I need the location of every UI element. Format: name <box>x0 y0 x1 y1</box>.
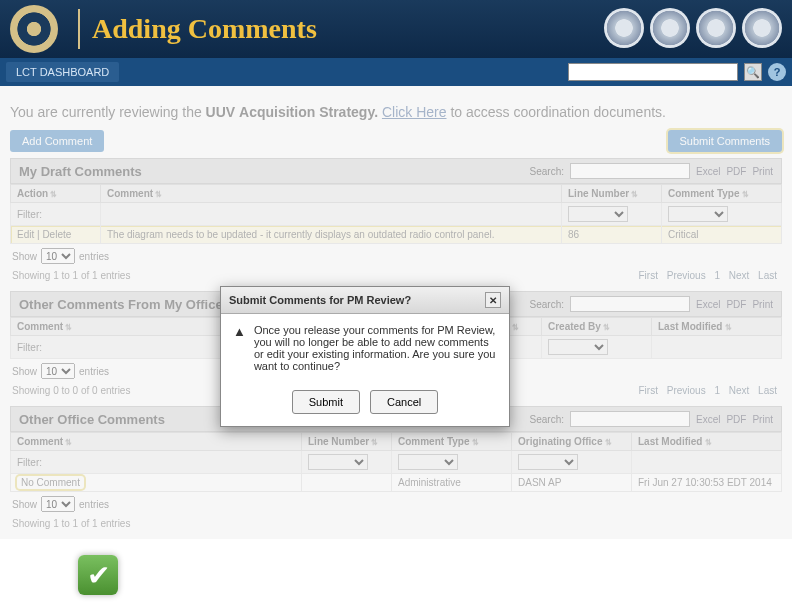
row-comment: The diagram needs to be updated - it cur… <box>101 226 562 244</box>
show-entries: Show 10 entries <box>10 492 782 516</box>
col-modified[interactable]: Last Modified <box>652 318 782 336</box>
add-comment-button[interactable]: Add Comment <box>10 130 104 152</box>
modal-header: Submit Comments for PM Review? ✕ <box>221 287 509 314</box>
pager-prev[interactable]: Previous <box>667 270 706 281</box>
review-doc: Acquisition Strategy. <box>239 104 382 120</box>
col-created[interactable]: Created By <box>542 318 652 336</box>
show-prefix: Show <box>12 366 37 377</box>
col-line[interactable]: Line Number <box>562 185 662 203</box>
warning-icon: ▲ <box>233 324 246 372</box>
show-prefix: Show <box>12 499 37 510</box>
col-action[interactable]: Action <box>11 185 101 203</box>
review-program: UUV <box>206 104 236 120</box>
show-prefix: Show <box>12 251 37 262</box>
filter-row: Filter: <box>11 203 782 226</box>
toolbar: LCT DASHBOARD 🔍 ? <box>0 58 792 86</box>
office-search-input[interactable] <box>570 296 690 312</box>
page-title: Adding Comments <box>92 13 317 45</box>
col-comment[interactable]: Comment <box>11 433 302 451</box>
row-comment: No Comment <box>17 476 84 489</box>
pager-page[interactable]: 1 <box>714 270 720 281</box>
filter-label: Filter: <box>11 451 302 474</box>
pager: First Previous 1 Next Last <box>635 385 780 396</box>
other-comments-table: Comment Line Number Comment Type Origina… <box>10 432 782 492</box>
modal-submit-button[interactable]: Submit <box>292 390 360 414</box>
service-seals <box>604 8 782 48</box>
export-print[interactable]: Print <box>752 299 773 310</box>
submit-confirm-modal: Submit Comments for PM Review? ✕ ▲ Once … <box>220 286 510 427</box>
entries-select[interactable]: 10 <box>41 496 75 512</box>
pager-next[interactable]: Next <box>729 385 750 396</box>
col-modified[interactable]: Last Modified <box>632 433 782 451</box>
filter-row: Filter: <box>11 451 782 474</box>
col-comment[interactable]: Comment <box>101 185 562 203</box>
row-line: 86 <box>562 226 662 244</box>
modal-body-text: Once you release your comments for PM Re… <box>254 324 497 372</box>
my-drafts-title: My Draft Comments <box>19 164 142 179</box>
export-excel[interactable]: Excel <box>696 299 720 310</box>
pager-last[interactable]: Last <box>758 270 777 281</box>
filter-created-select[interactable] <box>548 339 608 355</box>
review-suffix: to access coordination documents. <box>450 104 666 120</box>
pager-prev[interactable]: Previous <box>667 385 706 396</box>
filter-office-select[interactable] <box>518 454 578 470</box>
submit-comments-button[interactable]: Submit Comments <box>668 130 782 152</box>
export-pdf[interactable]: PDF <box>726 166 746 177</box>
table-row[interactable]: No Comment Administrative DASN AP Fri Ju… <box>11 474 782 492</box>
search-label: Search: <box>530 299 564 310</box>
show-suffix: entries <box>79 251 109 262</box>
search-label: Search: <box>530 414 564 425</box>
my-drafts-search-input[interactable] <box>570 163 690 179</box>
entries-select[interactable]: 10 <box>41 363 75 379</box>
modal-cancel-button[interactable]: Cancel <box>370 390 438 414</box>
pager-first[interactable]: First <box>638 270 657 281</box>
export-print[interactable]: Print <box>752 166 773 177</box>
pager-next[interactable]: Next <box>729 270 750 281</box>
row-type: Administrative <box>392 474 512 492</box>
modal-title: Submit Comments for PM Review? <box>229 294 411 306</box>
show-entries: Show 10 entries <box>10 244 782 268</box>
pager-page[interactable]: 1 <box>714 385 720 396</box>
col-office[interactable]: Originating Office <box>512 433 632 451</box>
table-info: Showing 1 to 1 of 1 entries <box>12 518 130 529</box>
divider <box>78 9 80 49</box>
help-icon[interactable]: ? <box>768 63 786 81</box>
pager: First Previous 1 Next Last <box>635 270 780 281</box>
pager-first[interactable]: First <box>638 385 657 396</box>
filter-line-select[interactable] <box>308 454 368 470</box>
show-suffix: entries <box>79 499 109 510</box>
entries-select[interactable]: 10 <box>41 248 75 264</box>
other-comments-title: Other Office Comments <box>19 412 165 427</box>
row-type: Critical <box>662 226 782 244</box>
col-type[interactable]: Comment Type <box>392 433 512 451</box>
dashboard-button[interactable]: LCT DASHBOARD <box>6 62 119 82</box>
export-excel[interactable]: Excel <box>696 166 720 177</box>
filter-type-select[interactable] <box>668 206 728 222</box>
row-modified: Fri Jun 27 10:30:53 EDT 2014 <box>632 474 782 492</box>
dod-seal-icon <box>10 5 58 53</box>
row-action[interactable]: Edit | Delete <box>11 226 101 244</box>
app-header: Adding Comments <box>0 0 792 58</box>
other-search-input[interactable] <box>570 411 690 427</box>
airforce-seal-icon <box>742 8 782 48</box>
col-type[interactable]: Comment Type <box>662 185 782 203</box>
coordination-link[interactable]: Click Here <box>382 104 447 120</box>
export-excel[interactable]: Excel <box>696 414 720 425</box>
filter-line-select[interactable] <box>568 206 628 222</box>
close-icon[interactable]: ✕ <box>485 292 501 308</box>
col-line[interactable]: Line Number <box>302 433 392 451</box>
filter-type-select[interactable] <box>398 454 458 470</box>
show-suffix: entries <box>79 366 109 377</box>
review-banner: You are currently reviewing the UUV Acqu… <box>10 104 782 120</box>
table-row[interactable]: Edit | Delete The diagram needs to be up… <box>11 226 782 244</box>
my-drafts-table: Action Comment Line Number Comment Type … <box>10 184 782 244</box>
global-search-input[interactable] <box>568 63 738 81</box>
pager-last[interactable]: Last <box>758 385 777 396</box>
export-pdf[interactable]: PDF <box>726 299 746 310</box>
row-line <box>302 474 392 492</box>
search-icon[interactable]: 🔍 <box>744 63 762 81</box>
checkmark-icon: ✔ <box>78 555 118 595</box>
export-print[interactable]: Print <box>752 414 773 425</box>
row-office: DASN AP <box>512 474 632 492</box>
export-pdf[interactable]: PDF <box>726 414 746 425</box>
